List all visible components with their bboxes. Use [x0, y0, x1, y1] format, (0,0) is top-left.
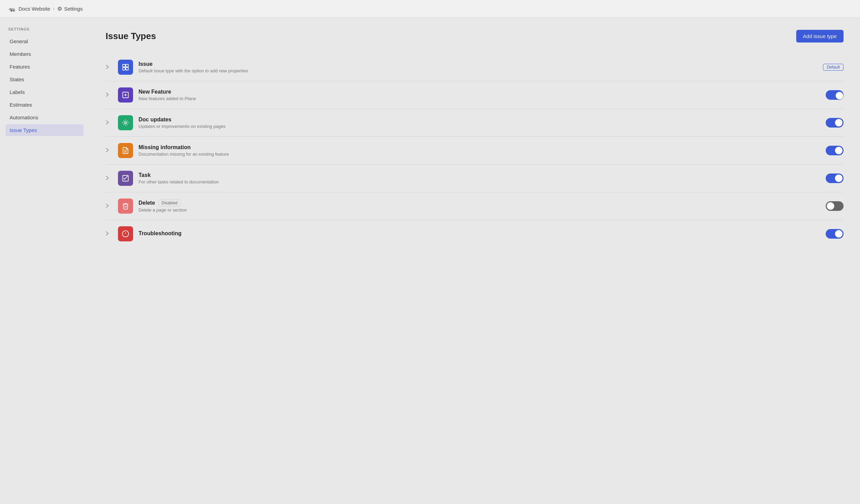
issue-name-doc-updates: Doc updates — [139, 117, 171, 123]
issue-info-task: TaskFor other tasks related to documenta… — [139, 172, 820, 184]
breadcrumb-page: Settings — [64, 6, 83, 12]
breadcrumb-settings: ⚙ Settings — [57, 5, 83, 12]
issue-icon-missing-info — [118, 143, 133, 158]
issue-desc-delete: Delete a page or section — [139, 207, 820, 213]
chevron-icon-task[interactable] — [106, 176, 112, 181]
chevron-icon-doc-updates[interactable] — [106, 120, 112, 126]
main-content: Issue Types Add issue type IssueDefault … — [89, 17, 860, 504]
sidebar-item-features[interactable]: Features — [5, 61, 84, 73]
toggle-task[interactable] — [826, 173, 844, 183]
issue-icon-troubleshooting — [118, 226, 133, 241]
issue-desc-issue: Default issue type with the option to ad… — [139, 68, 817, 73]
toggle-new-feature[interactable] — [826, 90, 844, 100]
add-issue-type-button[interactable]: Add issue type — [796, 30, 844, 43]
issue-info-new-feature: New FeatureNew features added to Plane — [139, 89, 820, 101]
issue-name-task: Task — [139, 172, 151, 178]
issue-icon-delete — [118, 199, 133, 214]
svg-rect-1 — [126, 64, 128, 67]
toggle-delete[interactable] — [826, 201, 844, 211]
svg-rect-0 — [123, 64, 125, 67]
sidebar-section-label: SETTINGS — [5, 27, 84, 31]
sidebar-item-estimates[interactable]: Estimates — [5, 99, 84, 111]
issue-type-list: IssueDefault issue type with the option … — [106, 53, 844, 248]
issue-row-troubleshooting: Troubleshooting — [106, 220, 844, 248]
issue-desc-task: For other tasks related to documentation — [139, 179, 820, 184]
main-layout: SETTINGS GeneralMembersFeaturesStatesLab… — [0, 17, 860, 504]
sidebar-item-issue-types[interactable]: Issue Types — [5, 124, 84, 136]
sidebar-item-general[interactable]: General — [5, 35, 84, 47]
disabled-badge-delete: Disabled — [158, 200, 181, 206]
sidebar-item-labels[interactable]: Labels — [5, 86, 84, 98]
issue-name-missing-info: Missing information — [139, 144, 191, 151]
topbar: 🦡 Docs Website › ⚙ Settings — [0, 0, 860, 17]
sidebar-item-states[interactable]: States — [5, 73, 84, 85]
issue-desc-doc-updates: Updates or improvements on existing page… — [139, 124, 820, 129]
breadcrumb-project[interactable]: Docs Website — [19, 6, 50, 12]
page-title: Issue Types — [106, 31, 156, 41]
issue-name-troubleshooting: Troubleshooting — [139, 230, 181, 237]
issue-row-doc-updates: Doc updatesUpdates or improvements on ex… — [106, 109, 844, 137]
default-badge: Default — [823, 64, 844, 71]
issue-icon-doc-updates — [118, 115, 133, 130]
issue-icon-issue — [118, 60, 133, 75]
toggle-troubleshooting[interactable] — [826, 229, 844, 239]
svg-point-7 — [124, 122, 127, 124]
chevron-icon-missing-info[interactable] — [106, 148, 112, 154]
issue-row-new-feature: New FeatureNew features added to Plane — [106, 81, 844, 109]
toggle-missing-info[interactable] — [826, 146, 844, 155]
svg-rect-3 — [126, 68, 128, 70]
breadcrumb-separator: › — [53, 6, 55, 11]
sidebar: SETTINGS GeneralMembersFeaturesStatesLab… — [0, 17, 89, 504]
issue-row-missing-info: Missing informationDocumentation missing… — [106, 137, 844, 165]
chevron-icon-troubleshooting[interactable] — [106, 231, 112, 237]
issue-name-issue: Issue — [139, 61, 153, 67]
project-icon: 🦡 — [8, 5, 16, 12]
issue-info-missing-info: Missing informationDocumentation missing… — [139, 144, 820, 157]
sidebar-item-members[interactable]: Members — [5, 48, 84, 60]
issue-info-doc-updates: Doc updatesUpdates or improvements on ex… — [139, 117, 820, 129]
issue-desc-missing-info: Documentation missing for an existing fe… — [139, 152, 820, 157]
svg-rect-2 — [123, 68, 125, 70]
issue-info-delete: DeleteDisabledDelete a page or section — [139, 200, 820, 213]
issue-icon-task — [118, 171, 133, 186]
issue-row-task: TaskFor other tasks related to documenta… — [106, 165, 844, 192]
page-header: Issue Types Add issue type — [106, 30, 844, 43]
issue-name-delete: Delete — [139, 200, 155, 206]
toggle-doc-updates[interactable] — [826, 118, 844, 128]
sidebar-item-automations[interactable]: Automations — [5, 111, 84, 123]
gear-icon: ⚙ — [57, 5, 62, 12]
chevron-icon-issue[interactable] — [106, 64, 112, 70]
chevron-icon-delete[interactable] — [106, 203, 112, 209]
issue-desc-new-feature: New features added to Plane — [139, 96, 820, 101]
issue-row-delete: DeleteDisabledDelete a page or section — [106, 192, 844, 220]
issue-info-troubleshooting: Troubleshooting — [139, 230, 820, 238]
issue-name-new-feature: New Feature — [139, 89, 171, 95]
issue-info-issue: IssueDefault issue type with the option … — [139, 61, 817, 73]
issue-icon-new-feature — [118, 87, 133, 103]
chevron-icon-new-feature[interactable] — [106, 92, 112, 98]
issue-row-issue: IssueDefault issue type with the option … — [106, 53, 844, 81]
